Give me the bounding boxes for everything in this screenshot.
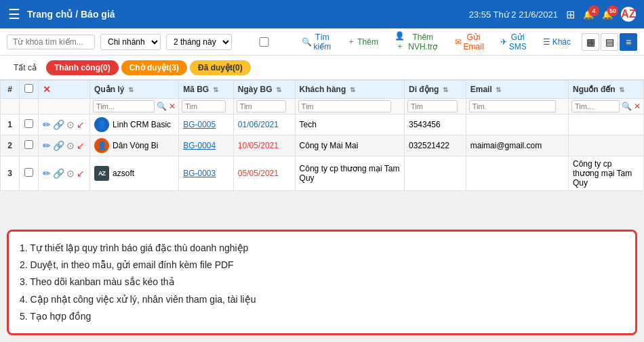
filter-nguon-input[interactable] — [571, 100, 620, 112]
row-3-edit-icon[interactable]: ✏ — [43, 168, 51, 179]
add-staff-button[interactable]: 👤＋ Thêm NVH.trợ — [389, 28, 444, 55]
row-1-link-icon[interactable]: 🔗 — [53, 119, 64, 130]
row-1-cb — [20, 114, 39, 135]
tab-pending[interactable]: Chờ duyệt(3) — [121, 60, 187, 75]
table-filter-row: 🔍 ✕ 🔍 ✕ — [1, 99, 644, 114]
filter-mabg — [179, 99, 234, 114]
add-staff-icon: 👤＋ — [395, 31, 405, 52]
filter-email — [466, 99, 568, 114]
row-2-delete-icon[interactable]: ↙ — [77, 140, 85, 151]
filter-manager-search-icon[interactable]: 🔍 — [157, 102, 167, 111]
notification1-badge[interactable]: 🔔4 — [583, 9, 594, 20]
row-2-link-icon[interactable]: 🔗 — [53, 140, 64, 151]
overlay-line-1: 1. Tự thiết lập quy trình báo giá đặc th… — [20, 240, 624, 257]
filter-ngaybg — [233, 99, 295, 114]
row-3-mabg-link[interactable]: BG-0003 — [183, 169, 216, 178]
filter-didong — [404, 99, 466, 114]
filter-mabg-input[interactable] — [182, 100, 226, 112]
tab-success[interactable]: Thành công(0) — [46, 60, 119, 75]
user-avatar-top[interactable]: AZ — [621, 7, 636, 22]
search-input[interactable] — [7, 35, 95, 49]
filter-manager-clear-icon[interactable]: ✕ — [169, 102, 176, 111]
row-2-ngaybg: 10/05/2021 — [233, 135, 295, 156]
row-3-actions: ✏ 🔗 ⊙ ↙ — [39, 156, 90, 191]
datetime-label: 23:55 Thứ 2 21/6/2021 — [469, 9, 558, 20]
topbar-right: 23:55 Thứ 2 21/6/2021 ⊞ 🔔4 🔔50 AZ — [469, 7, 636, 22]
row-3-ngaybg: 05/05/2021 — [233, 156, 295, 191]
row-1-nguon — [568, 114, 643, 135]
row-1-mabg-link[interactable]: BG-0005 — [183, 120, 216, 129]
tab-all[interactable]: Tất cả — [7, 60, 43, 75]
table-row: 2 ✏ 🔗 ⊙ ↙ 👤 Dân Vòng Bi BG-00 — [1, 135, 644, 156]
row-1-copy-icon[interactable]: ⊙ — [66, 119, 75, 130]
row-3-delete-icon[interactable]: ↙ — [77, 168, 85, 179]
row-1-mabg: BG-0005 — [179, 114, 234, 135]
row-1-khachhang: Tech — [295, 114, 404, 135]
filter-khachhang — [295, 99, 404, 114]
notification2-badge[interactable]: 🔔50 — [602, 9, 613, 20]
notif1-count: 4 — [588, 5, 599, 16]
row-1-actions: ✏ 🔗 ⊙ ↙ — [39, 114, 90, 135]
search-icon: 🔍 — [302, 37, 312, 47]
overlay-info-box: 1. Tự thiết lập quy trình báo giá đặc th… — [7, 230, 637, 335]
row-2-actions: ✏ 🔗 ⊙ ↙ — [39, 135, 90, 156]
grid-icon[interactable]: ⊞ — [566, 8, 575, 21]
add-icon: ＋ — [347, 36, 355, 47]
row-1-checkbox[interactable] — [24, 119, 33, 128]
row-2-mabg: BG-0004 — [179, 135, 234, 156]
email-icon: ✉ — [455, 37, 462, 47]
send-email-button[interactable]: ✉ Gửi Email — [449, 30, 489, 54]
row-3-manager: AZ azsoft — [90, 156, 179, 191]
row-1-edit-icon[interactable]: ✏ — [43, 119, 51, 130]
row-2-manager: 👤 Dân Vòng Bi — [90, 135, 179, 156]
table-row: 1 ✏ 🔗 ⊙ ↙ 👤 Linh CRM Basic BG — [1, 114, 644, 135]
row-2-copy-icon[interactable]: ⊙ — [66, 140, 75, 151]
row-2-checkbox[interactable] — [24, 140, 33, 149]
row-2-mabg-link[interactable]: BG-0004 — [183, 141, 216, 150]
overlay-line-3: 3. Theo dõi kanban màu sắc kéo thả — [20, 274, 624, 291]
row-1-date: 01/06/2021 — [238, 120, 279, 129]
col-header-num: # — [1, 81, 20, 99]
col-header-mabg: Mã BG ⇅ — [179, 81, 234, 99]
row-2-date: 10/05/2021 — [238, 141, 279, 150]
view-grid-icon[interactable]: ▤ — [601, 33, 618, 51]
view-list-icon[interactable]: ≡ — [620, 33, 637, 51]
row-1-manager-name: Linh CRM Basic — [113, 120, 171, 129]
row-2-edit-icon[interactable]: ✏ — [43, 140, 51, 151]
filter-cb — [20, 99, 39, 114]
overlay-line-4: 4. Cập nhật công việc xử lý, nhân viên t… — [20, 291, 624, 308]
clear-icon[interactable]: ✕ — [43, 84, 51, 95]
add-button[interactable]: ＋ Thêm — [342, 33, 384, 50]
filter-nguon-clear-icon[interactable]: ✕ — [634, 102, 641, 111]
row-3-checkbox[interactable] — [24, 168, 33, 177]
table-container: # ✕ Quản lý ⇅ Mã BG ⇅ Ngày BG ⇅ Khách hà… — [0, 80, 644, 191]
other-button[interactable]: ☰ Khác — [538, 35, 576, 49]
filter-ngaybg-input[interactable] — [237, 100, 287, 112]
send-sms-button[interactable]: ✈ Gửi SMS — [495, 30, 532, 54]
search-button[interactable]: 🔍 Tìm kiếm — [296, 30, 337, 54]
menu-icon[interactable]: ☰ — [8, 6, 20, 22]
filter-didong-input[interactable] — [407, 100, 458, 112]
filter-email-input[interactable] — [469, 100, 556, 112]
tabs-bar: Tất cả Thành công(0) Chờ duyệt(3) Đã duy… — [0, 56, 644, 80]
row-3-cb — [20, 156, 39, 191]
col-header-nguon: Nguồn đến ⇅ — [568, 81, 643, 99]
data-table: # ✕ Quản lý ⇅ Mã BG ⇅ Ngày BG ⇅ Khách hà… — [0, 80, 644, 191]
row-2-cb — [20, 135, 39, 156]
row-1-delete-icon[interactable]: ↙ — [77, 119, 85, 130]
period-select[interactable]: 2 tháng này — [166, 34, 232, 50]
select-all-checkbox[interactable] — [24, 84, 33, 93]
filter-manager: 🔍 ✕ — [90, 99, 179, 114]
branch-select[interactable]: Chi nhánh — [100, 34, 161, 50]
row-1-didong: 3543456 — [404, 114, 466, 135]
filter-khachhang-input[interactable] — [298, 100, 391, 112]
filter-actions — [39, 99, 90, 114]
row-3-nguon: Công ty cp thương mại Tam Quy — [568, 156, 643, 191]
tab-approved[interactable]: Đã duyệt(0) — [190, 60, 251, 75]
view-calendar-icon[interactable]: ▦ — [582, 33, 599, 51]
filter-manager-input[interactable] — [93, 100, 155, 112]
row-3-copy-icon[interactable]: ⊙ — [66, 168, 75, 179]
period-checkbox[interactable] — [237, 37, 291, 47]
filter-nguon-search-icon[interactable]: 🔍 — [622, 102, 632, 111]
row-3-link-icon[interactable]: 🔗 — [53, 168, 64, 179]
